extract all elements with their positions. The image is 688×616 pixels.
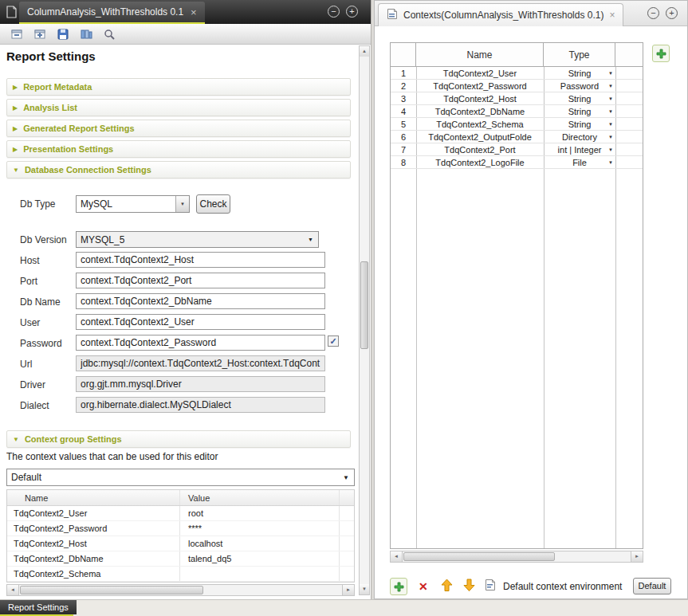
chevron-down-icon[interactable]: ▼ <box>608 109 613 114</box>
move-up-button[interactable] <box>440 579 454 595</box>
db-name-field[interactable] <box>76 293 325 309</box>
section-database-connection-settings[interactable]: ▼ Database Connection Settings <box>6 161 351 179</box>
context-value-cell[interactable]: root <box>180 506 340 520</box>
tab-contexts[interactable]: Contexts(ColumnAnalysis_WithThresholds 0… <box>378 3 623 26</box>
scrollbar-thumb[interactable] <box>20 586 203 594</box>
context-settings-icon[interactable] <box>485 579 497 594</box>
port-field[interactable] <box>76 273 325 288</box>
horizontal-scrollbar[interactable]: ◄ ► <box>390 551 643 563</box>
check-button[interactable]: Check <box>196 194 230 214</box>
context-name-cell[interactable]: TdqContext2_User <box>416 67 544 79</box>
context-type-cell[interactable]: File▼ <box>544 156 615 168</box>
name-column-header[interactable]: Name <box>416 43 544 66</box>
scrollbar-thumb[interactable] <box>403 552 555 561</box>
context-row[interactable]: 5 TdqContext2_Schema String▼ <box>391 118 643 131</box>
host-field[interactable] <box>76 252 325 268</box>
chevron-down-icon[interactable]: ▼ <box>608 122 613 127</box>
db-type-select[interactable]: MySQL ▼ <box>76 195 190 213</box>
close-icon[interactable]: × <box>609 10 615 21</box>
close-icon[interactable]: × <box>191 7 197 18</box>
maximize-icon[interactable]: + <box>346 6 358 18</box>
db-version-select[interactable]: MYSQL_5 ▼ <box>76 231 319 248</box>
expand-all-icon[interactable] <box>33 27 47 41</box>
context-name-cell[interactable]: TdqContext2_Host <box>7 536 180 551</box>
context-row[interactable]: 7 TdqContext2_Port int | Integer▼ <box>391 143 643 156</box>
chevron-down-icon[interactable]: ▼ <box>343 474 349 481</box>
section-report-metadata[interactable]: ▶ Report Metadata <box>6 78 351 96</box>
table-row[interactable]: TdqContext2_User root <box>7 506 354 521</box>
context-name-cell[interactable]: TdqContext2_Password <box>7 521 180 536</box>
context-type-cell[interactable]: Directory▼ <box>544 131 615 143</box>
add-context-button[interactable] <box>652 45 670 62</box>
password-field[interactable] <box>76 335 325 351</box>
layout-columns-icon[interactable] <box>79 27 93 41</box>
section-analysis-list[interactable]: ▶ Analysis List <box>6 99 351 116</box>
context-name-cell[interactable]: TdqContext2_Host <box>416 92 544 104</box>
scrollbar-thumb[interactable] <box>360 261 368 349</box>
tab-report-editor[interactable]: ColumnAnalysis_WithThresholds 0.1 × <box>19 2 205 22</box>
context-name-cell[interactable]: TdqContext2_Port <box>416 143 544 155</box>
zoom-icon[interactable] <box>102 27 116 41</box>
user-field[interactable] <box>76 314 325 330</box>
maximize-icon[interactable]: + <box>666 7 678 19</box>
chevron-down-icon[interactable]: ▼ <box>175 196 189 212</box>
context-value-cell[interactable]: talend_dq5 <box>180 551 340 566</box>
context-value-cell[interactable]: **** <box>180 521 340 536</box>
scroll-left-icon[interactable]: ◄ <box>391 551 403 562</box>
context-name-cell[interactable]: TdqContext2_Password <box>416 80 544 92</box>
save-icon[interactable] <box>56 27 70 41</box>
chevron-down-icon[interactable]: ▼ <box>608 96 613 101</box>
chevron-down-icon[interactable]: ▼ <box>308 237 313 242</box>
chevron-down-icon[interactable]: ▼ <box>608 84 613 88</box>
context-type-cell[interactable]: int | Integer▼ <box>544 143 615 155</box>
context-type-cell[interactable]: String▼ <box>544 67 615 79</box>
move-down-button[interactable] <box>462 579 476 595</box>
tab-report-settings-bottom[interactable]: Report Settings <box>0 600 77 614</box>
context-name-cell[interactable]: TdqContext2_OutputFolde <box>416 131 544 143</box>
chevron-down-icon[interactable]: ▼ <box>608 160 613 165</box>
context-name-cell[interactable]: TdqContext2_LogoFile <box>416 156 544 168</box>
delete-row-button[interactable]: ✕ <box>419 580 428 593</box>
collapse-all-icon[interactable] <box>10 27 24 41</box>
context-name-cell[interactable]: TdqContext2_DbName <box>416 105 544 117</box>
context-name-cell[interactable]: TdqContext2_Schema <box>416 118 544 130</box>
context-row[interactable]: 2 TdqContext2_Password Password▼ <box>391 80 643 92</box>
context-name-cell[interactable]: TdqContext2_User <box>7 506 180 520</box>
context-type-cell[interactable]: String▼ <box>544 92 615 104</box>
vertical-scrollbar[interactable]: ▲ ▼ <box>359 45 370 595</box>
context-row[interactable]: 3 TdqContext2_Host String▼ <box>391 92 643 105</box>
minimize-icon[interactable]: − <box>328 6 340 18</box>
section-presentation-settings[interactable]: ▶ Presentation Settings <box>6 140 351 158</box>
table-row[interactable]: TdqContext2_Password **** <box>7 521 354 536</box>
horizontal-scrollbar[interactable]: ◄ ► <box>6 584 355 596</box>
chevron-down-icon[interactable]: ▼ <box>608 71 613 76</box>
context-environment-select[interactable]: Default ▼ <box>6 469 355 486</box>
type-column-header[interactable]: Type <box>544 43 615 66</box>
add-row-button[interactable] <box>390 578 407 595</box>
context-row[interactable]: 1 TdqContext2_User String▼ <box>391 67 643 80</box>
table-row[interactable]: TdqContext2_Schema <box>7 567 354 582</box>
scroll-up-icon[interactable]: ▲ <box>360 46 369 57</box>
context-type-cell[interactable]: String▼ <box>544 118 615 130</box>
default-environment-button[interactable]: Default <box>633 578 671 594</box>
section-context-group-settings[interactable]: ▼ Context group Settings <box>6 430 351 448</box>
table-row[interactable]: TdqContext2_Host localhost <box>7 536 354 551</box>
scroll-left-icon[interactable]: ◄ <box>7 585 19 595</box>
value-column-header[interactable]: Value <box>180 490 340 505</box>
context-value-cell[interactable]: localhost <box>180 536 340 551</box>
context-value-cell[interactable] <box>180 567 340 581</box>
name-column-header[interactable]: Name <box>7 490 180 505</box>
password-checkbox[interactable]: ✓ <box>328 335 339 347</box>
chevron-down-icon[interactable]: ▼ <box>608 135 613 139</box>
chevron-down-icon[interactable]: ▼ <box>608 147 613 152</box>
context-name-cell[interactable]: TdqContext2_DbName <box>7 551 180 566</box>
context-name-cell[interactable]: TdqContext2_Schema <box>7 567 180 581</box>
context-type-cell[interactable]: Password▼ <box>544 80 615 92</box>
minimize-icon[interactable]: − <box>647 7 659 19</box>
context-row[interactable]: 4 TdqContext2_DbName String▼ <box>391 105 643 118</box>
scroll-right-icon[interactable]: ► <box>342 585 354 595</box>
scroll-down-icon[interactable]: ▼ <box>360 584 369 594</box>
section-generated-report-settings[interactable]: ▶ Generated Report Settings <box>6 120 351 137</box>
context-row[interactable]: 6 TdqContext2_OutputFolde Directory▼ <box>391 131 643 143</box>
context-row[interactable]: 8 TdqContext2_LogoFile File▼ <box>391 156 643 169</box>
